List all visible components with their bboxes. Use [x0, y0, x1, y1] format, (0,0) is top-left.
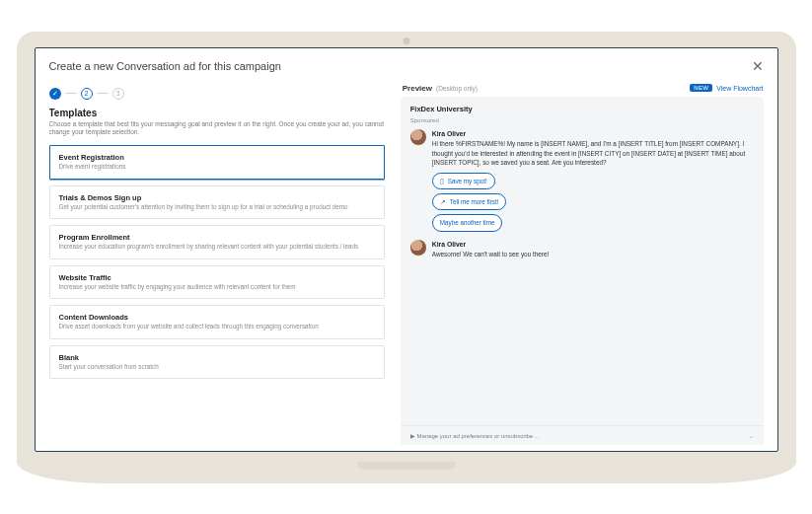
cta-group: ▯ Save my spot! ↗ Tell me more first!: [432, 173, 754, 231]
message-text: Hi there %FIRSTNAME%! My name is [INSERT…: [432, 139, 754, 167]
template-title: Trials & Demos Sign up: [59, 193, 375, 202]
template-list: Event Registration Drive event registrat…: [49, 145, 385, 379]
dialog-body: 2 3 Templates Choose a template that bes…: [36, 84, 777, 451]
app-window: Create a new Conversation ad for this ca…: [35, 47, 778, 452]
template-title: Event Registration: [59, 153, 375, 162]
step-indicator: 2 3: [49, 88, 385, 100]
new-badge: NEW: [690, 84, 712, 92]
template-card-program-enrollment[interactable]: Program Enrollment Increase your educati…: [49, 225, 385, 259]
template-desc: Increase your education program's enroll…: [59, 243, 375, 252]
dialog-header: Create a new Conversation ad for this ca…: [36, 48, 777, 84]
section-description: Choose a template that best fits your me…: [49, 120, 385, 138]
step-1-complete-icon: [49, 88, 61, 100]
template-title: Website Traffic: [59, 273, 375, 282]
section-title: Templates: [49, 108, 385, 118]
avatar-icon: [410, 129, 426, 145]
laptop-screen-bezel: Create a new Conversation ad for this ca…: [17, 32, 796, 462]
step-3-number: 3: [116, 90, 120, 97]
preview-message-2: Kira Oliver Awesome! We can't wait to se…: [401, 238, 764, 265]
template-title: Program Enrollment: [59, 233, 375, 242]
template-card-trials-demos[interactable]: Trials & Demos Sign up Get your potentia…: [49, 185, 385, 220]
cta-label: Tell me more first!: [450, 197, 499, 206]
preview-pane: FixDex University Sponsored Kira Oliver …: [401, 97, 764, 445]
step-3-next: 3: [112, 88, 124, 100]
chevron-down-icon: ⌄: [749, 432, 754, 439]
template-card-blank[interactable]: Blank Start your conversation from scrat…: [49, 345, 385, 380]
step-2-current: 2: [81, 88, 93, 100]
play-icon: ▶: [410, 433, 415, 439]
cta-save-spot[interactable]: ▯ Save my spot!: [432, 173, 495, 189]
cta-label: Maybe another time: [440, 218, 495, 227]
template-card-content-downloads[interactable]: Content Downloads Drive asset downloads …: [49, 305, 385, 339]
template-desc: Drive asset downloads from your website …: [59, 323, 375, 331]
cta-tell-me-more[interactable]: ↗ Tell me more first!: [432, 193, 507, 210]
step-2-number: 2: [85, 90, 89, 97]
preview-brand: FixDex University: [401, 97, 764, 117]
bookmark-icon: ▯: [440, 178, 444, 184]
preview-header: Preview (Desktop only) NEW View Flowchar…: [403, 84, 764, 93]
laptop-frame: Create a new Conversation ad for this ca…: [17, 32, 796, 483]
template-desc: Start your conversation from scratch: [59, 363, 375, 372]
avatar-icon: [410, 240, 426, 256]
laptop-notch: [357, 462, 456, 470]
dialog-title: Create a new Conversation ad for this ca…: [49, 60, 281, 72]
footer-text: Manage your ad preferences or unsubscrib…: [416, 433, 539, 439]
template-title: Blank: [59, 353, 375, 362]
view-flowchart-link[interactable]: View Flowchart: [716, 85, 763, 92]
template-desc: Increase your website traffic by engagin…: [59, 283, 375, 292]
message-text: Awesome! We can't wait to see you there!: [432, 250, 754, 258]
preview-label: Preview: [403, 84, 432, 93]
template-title: Content Downloads: [59, 313, 375, 322]
cta-label: Save my spot!: [448, 177, 487, 185]
camera-dot: [403, 37, 409, 44]
sponsored-label: Sponsored: [401, 117, 764, 127]
cta-maybe-another-time[interactable]: Maybe another time: [432, 214, 503, 231]
template-card-event-registration[interactable]: Event Registration Drive event registrat…: [49, 145, 385, 180]
laptop-base: [17, 462, 796, 483]
template-desc: Drive event registrations: [59, 163, 375, 172]
step-line: [97, 93, 109, 94]
sender-name: Kira Oliver: [432, 129, 754, 139]
conversation-ad-dialog: Create a new Conversation ad for this ca…: [36, 48, 777, 451]
templates-column: 2 3 Templates Choose a template that bes…: [49, 84, 385, 445]
close-icon[interactable]: ✕: [752, 58, 764, 74]
preview-column: Preview (Desktop only) NEW View Flowchar…: [401, 84, 764, 445]
template-desc: Get your potential customer's attention …: [59, 203, 375, 212]
step-line: [65, 93, 77, 94]
preview-message-1: Kira Oliver Hi there %FIRSTNAME%! My nam…: [401, 127, 764, 238]
preview-hint: (Desktop only): [436, 85, 478, 92]
template-card-website-traffic[interactable]: Website Traffic Increase your website tr…: [49, 265, 385, 300]
preview-footer[interactable]: ▶ Manage your ad preferences or unsubscr…: [401, 425, 764, 445]
external-link-icon: ↗: [440, 198, 446, 205]
sender-name: Kira Oliver: [432, 240, 754, 250]
